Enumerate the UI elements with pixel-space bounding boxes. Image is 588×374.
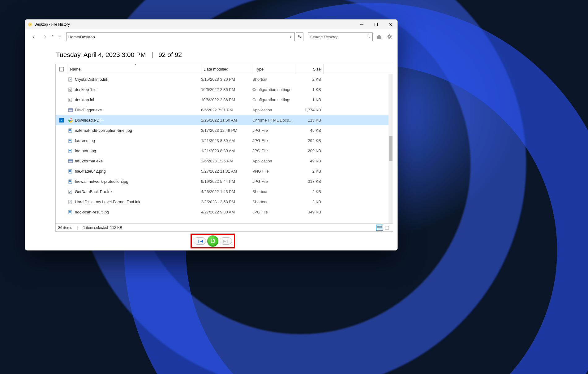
status-item-count: 86 items <box>58 226 72 230</box>
select-all-checkbox[interactable] <box>56 64 67 74</box>
navigation-bar: ˇ Home\Desktop ▾ ↻ <box>25 29 397 44</box>
restore-button[interactable] <box>207 235 218 247</box>
file-icon <box>68 148 73 153</box>
history-controls: ❙◀ ▶❙ <box>28 232 397 250</box>
file-row[interactable]: desktop.ini10/6/2022 2:36 PMConfiguratio… <box>56 95 393 105</box>
file-name: faq-end.jpg <box>75 138 95 143</box>
file-date: 10/6/2022 2:36 PM <box>201 97 252 102</box>
status-bar: 86 items | 1 item selected 112 KB <box>56 223 393 231</box>
window-title: Desktop - File History <box>34 22 355 27</box>
file-list-pane: Name⌃ Date modified Type Size CrystalDis… <box>55 64 393 232</box>
file-name: faq-start.jpg <box>75 148 96 153</box>
file-row[interactable]: GetDataBack Pro.lnk4/26/2022 1:43 PMShor… <box>56 187 393 197</box>
search-icon[interactable] <box>366 34 371 40</box>
file-name: DiskDigger.exe <box>75 108 102 112</box>
file-row[interactable]: DiskDigger.exe6/5/2022 7:31 PMApplicatio… <box>56 105 393 115</box>
file-type: JPG File <box>252 179 295 184</box>
home-icon[interactable] <box>375 33 383 41</box>
minimize-button[interactable] <box>355 19 369 29</box>
column-type[interactable]: Type <box>252 64 295 74</box>
svg-point-12 <box>70 89 71 90</box>
column-date[interactable]: Date modified <box>201 64 252 74</box>
file-name: firewall-network-protection.jpg <box>75 179 128 184</box>
file-type: Application <box>252 108 295 112</box>
file-size: 2 KB <box>295 169 324 174</box>
file-row[interactable]: desktop 1.ini10/6/2022 2:36 PMConfigurat… <box>56 84 393 95</box>
view-details-button[interactable] <box>376 225 383 231</box>
app-icon <box>28 22 32 27</box>
file-date: 5/27/2022 11:31 AM <box>201 169 252 174</box>
svg-rect-30 <box>69 170 71 172</box>
svg-point-20 <box>70 119 71 121</box>
file-name: GetDataBack Pro.lnk <box>75 189 112 194</box>
row-checkbox[interactable]: ✓ <box>56 118 67 123</box>
file-type: Configuration settings <box>252 97 295 102</box>
file-icon <box>68 128 73 133</box>
file-row[interactable]: faq-start.jpg1/21/2023 8:39 AMJPG File20… <box>56 146 393 156</box>
file-row[interactable]: faq-end.jpg1/21/2023 8:39 AMJPG File294 … <box>56 135 393 146</box>
column-headers: Name⌃ Date modified Type Size <box>56 64 393 74</box>
file-type: JPG File <box>252 128 295 133</box>
forward-button[interactable] <box>40 32 50 42</box>
file-type: PNG File <box>252 169 295 174</box>
search-input[interactable] <box>310 35 366 39</box>
file-row[interactable]: hdd-scan-result.jpg4/27/2022 9:38 AMJPG … <box>56 207 393 217</box>
file-size: 1,774 KB <box>295 108 324 112</box>
file-icon <box>68 97 73 102</box>
sort-indicator-icon: ⌃ <box>134 64 137 67</box>
previous-version-button[interactable]: ❙◀ <box>194 237 206 245</box>
file-size: 45 KB <box>295 128 324 133</box>
file-icon <box>68 159 73 164</box>
file-icon <box>68 118 73 123</box>
file-date: 1/21/2023 8:39 AM <box>201 148 252 153</box>
up-button[interactable] <box>55 32 65 42</box>
file-size: 1 KB <box>295 87 324 92</box>
file-size: 2 KB <box>295 77 324 82</box>
file-date: 3/15/2023 3:20 PM <box>201 77 252 82</box>
file-icon <box>68 77 73 82</box>
address-dropdown-icon[interactable]: ▾ <box>289 35 293 39</box>
snapshot-position: 92 of 92 <box>158 51 182 58</box>
close-button[interactable] <box>383 19 397 29</box>
file-row[interactable]: ✓Download.PDF2/25/2022 11:50 AMChrome HT… <box>56 115 393 125</box>
file-row[interactable]: CrystalDiskInfo.lnk3/15/2023 3:20 PMShor… <box>56 74 393 84</box>
file-row[interactable]: Hard Disk Low Level Format Tool.lnk2/2/2… <box>56 197 393 207</box>
file-type: Application <box>252 159 295 163</box>
svg-rect-24 <box>69 140 71 141</box>
file-date: 4/26/2022 1:43 PM <box>201 189 252 194</box>
view-thumbnails-button[interactable] <box>384 225 390 231</box>
maximize-button[interactable] <box>369 19 383 29</box>
vertical-scrollbar[interactable] <box>388 74 393 223</box>
file-name: desktop 1.ini <box>75 87 97 92</box>
search-box[interactable] <box>308 32 373 41</box>
address-path: Home\Desktop <box>68 35 289 39</box>
file-row[interactable]: external-hdd-corruption-brief.jpg3/17/20… <box>56 125 393 135</box>
back-button[interactable] <box>29 32 39 42</box>
address-bar[interactable]: Home\Desktop ▾ <box>66 32 295 41</box>
file-icon <box>68 189 73 194</box>
file-size: 2 KB <box>295 200 324 204</box>
file-row[interactable]: firewall-network-protection.jpg9/19/2022… <box>56 176 393 187</box>
column-name[interactable]: Name⌃ <box>67 64 201 74</box>
refresh-button[interactable]: ↻ <box>296 32 303 41</box>
file-type: JPG File <box>252 138 295 143</box>
file-size: 113 KB <box>295 118 324 123</box>
file-date: 6/5/2022 7:31 PM <box>201 108 252 112</box>
svg-rect-22 <box>69 129 71 131</box>
file-icon <box>68 179 73 184</box>
file-name: CrystalDiskInfo.lnk <box>75 77 108 82</box>
file-size: 2 KB <box>295 189 324 194</box>
svg-line-6 <box>369 37 370 38</box>
nav-separator: ˇ <box>52 34 53 39</box>
file-size: 349 KB <box>295 210 324 214</box>
svg-rect-2 <box>375 23 378 26</box>
next-version-button[interactable]: ▶❙ <box>220 237 232 245</box>
column-size[interactable]: Size <box>295 64 324 74</box>
svg-rect-28 <box>68 160 73 161</box>
file-row[interactable]: fat32format.exe2/6/2023 1:26 PMApplicati… <box>56 156 393 166</box>
file-row[interactable]: file.4fade042.png5/27/2022 11:31 AMPNG F… <box>56 166 393 176</box>
file-name: file.4fade042.png <box>75 169 106 174</box>
gear-icon[interactable] <box>386 33 394 41</box>
scrollbar-thumb[interactable] <box>389 136 393 161</box>
file-name: external-hdd-corruption-brief.jpg <box>75 128 132 133</box>
